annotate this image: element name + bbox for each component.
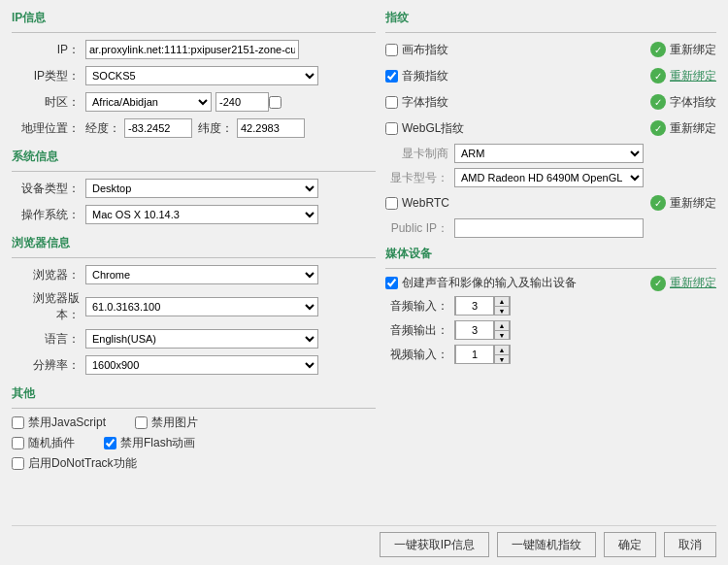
- gpu-vendor-label: 显卡制商: [385, 146, 448, 162]
- disable-flash-item[interactable]: 禁用Flash动画: [104, 435, 195, 451]
- bottom-bar: 一键获取IP信息 一键随机指纹 确定 取消: [12, 525, 716, 557]
- audio-input-label: 音频输入：: [385, 298, 448, 315]
- webgl-fp-checkbox[interactable]: [385, 122, 398, 135]
- confirm-btn[interactable]: 确定: [604, 532, 656, 557]
- get-ip-btn[interactable]: 一键获取IP信息: [380, 532, 489, 557]
- dnt-item[interactable]: 启用DoNotTrack功能: [12, 455, 137, 472]
- video-input-up-btn[interactable]: ▲: [494, 345, 510, 354]
- gpu-model-label: 显卡型号：: [385, 170, 448, 186]
- browser-ver-select[interactable]: 61.0.3163.100: [85, 297, 318, 316]
- left-panel: IP信息 IP： IP类型： SOCKS5 HTTP HTTPS 时区：: [12, 10, 376, 515]
- canvas-reassign-btn[interactable]: 重新绑定: [670, 42, 716, 58]
- font-fp-checkbox[interactable]: [385, 96, 398, 109]
- webrtc-reassign-btn[interactable]: 重新绑定: [670, 195, 716, 212]
- video-input-down-btn[interactable]: ▼: [494, 354, 510, 364]
- font-fp-label: 字体指纹: [402, 94, 448, 111]
- longitude-label: 经度：: [85, 120, 120, 137]
- timezone-select[interactable]: Africa/Abidjan: [85, 92, 212, 112]
- public-ip-label: Public IP：: [385, 220, 448, 237]
- ip-input[interactable]: [85, 40, 299, 59]
- video-input-value[interactable]: [455, 345, 494, 364]
- browser-info-title: 浏览器信息: [12, 235, 376, 251]
- audio-check-icon: ✓: [650, 68, 666, 83]
- audio-input-down-btn[interactable]: ▼: [494, 306, 510, 316]
- media-check-icon: ✓: [650, 276, 666, 291]
- timezone-checkbox[interactable]: [269, 96, 281, 109]
- random-plugin-checkbox[interactable]: [12, 437, 24, 449]
- os-row: 操作系统： Mac OS X 10.14.3 Windows 10 Linux: [12, 204, 376, 225]
- create-media-checkbox[interactable]: [385, 277, 398, 289]
- random-plugin-item[interactable]: 随机插件: [12, 435, 75, 451]
- disable-js-label: 禁用JavaScript: [28, 415, 106, 431]
- longitude-input[interactable]: [124, 118, 192, 138]
- ip-type-row: IP类型： SOCKS5 HTTP HTTPS: [12, 65, 376, 86]
- audio-output-spinner: ▲ ▼: [454, 320, 511, 340]
- resolution-label: 分辨率：: [12, 357, 80, 374]
- browser-ver-row: 浏览器版本： 61.0.3163.100: [12, 290, 376, 323]
- audio-input-spinner-btns: ▲ ▼: [494, 296, 510, 316]
- cancel-btn[interactable]: 取消: [664, 532, 716, 557]
- disable-img-label: 禁用图片: [151, 415, 198, 431]
- audio-input-spinner: ▲ ▼: [454, 296, 511, 316]
- latitude-input[interactable]: [237, 118, 305, 138]
- timezone-row: 时区： Africa/Abidjan: [12, 91, 376, 113]
- font-check-icon: ✓: [650, 94, 666, 110]
- canvas-fp-checkbox[interactable]: [385, 44, 398, 56]
- disable-img-checkbox[interactable]: [135, 416, 148, 429]
- browser-ver-label: 浏览器版本：: [12, 290, 80, 323]
- browser-row: 浏览器： Chrome Firefox Safari Edge: [12, 264, 376, 285]
- dnt-checkbox[interactable]: [12, 457, 24, 470]
- random-plugin-label: 随机插件: [28, 435, 75, 451]
- video-input-spinner-btns: ▲ ▼: [494, 345, 510, 364]
- ip-info-title: IP信息: [12, 10, 376, 26]
- fingerprint-title: 指纹: [385, 10, 716, 26]
- gpu-vendor-select[interactable]: ARM NVIDIA AMD Intel: [454, 144, 644, 163]
- os-select[interactable]: Mac OS X 10.14.3 Windows 10 Linux: [85, 205, 318, 224]
- others-row2: 随机插件 禁用Flash动画: [12, 435, 376, 451]
- ip-row: IP：: [12, 39, 376, 60]
- main-container: IP信息 IP： IP类型： SOCKS5 HTTP HTTPS 时区：: [0, 0, 728, 565]
- font-fp-row: 字体指纹 ✓ 字体指纹: [385, 91, 716, 113]
- timezone-offset-input[interactable]: [215, 92, 269, 112]
- canvas-checkbox-area: 画布指纹: [385, 42, 473, 58]
- font-reassign-btn[interactable]: 字体指纹: [670, 94, 716, 111]
- video-input-row: 视频输入： ▲ ▼: [385, 345, 716, 364]
- others-row3: 启用DoNotTrack功能: [12, 455, 376, 472]
- media-devices-title: 媒体设备: [385, 246, 716, 262]
- public-ip-input[interactable]: [454, 218, 644, 238]
- webgl-fp-label: WebGL指纹: [402, 120, 464, 137]
- media-reassign-btn[interactable]: 重新绑定: [670, 275, 716, 291]
- resolution-select[interactable]: 1600x900 1920x1080 1280x720: [85, 355, 318, 375]
- gpu-model-row: 显卡型号： AMD Radeon HD 6490M OpenGL E NVIDI…: [385, 168, 716, 187]
- lang-row: 语言： English(USA) Chinese French: [12, 328, 376, 349]
- canvas-check-icon: ✓: [650, 42, 666, 57]
- audio-reassign-btn[interactable]: 重新绑定: [670, 68, 716, 84]
- system-info-title: 系统信息: [12, 149, 376, 165]
- lang-select[interactable]: English(USA) Chinese French: [85, 329, 318, 349]
- gpu-model-select[interactable]: AMD Radeon HD 6490M OpenGL E NVIDIA GTX …: [454, 168, 644, 187]
- disable-js-checkbox[interactable]: [12, 416, 24, 429]
- disable-js-item[interactable]: 禁用JavaScript: [12, 415, 106, 431]
- random-fp-btn[interactable]: 一键随机指纹: [497, 532, 596, 557]
- disable-flash-checkbox[interactable]: [104, 437, 116, 449]
- webrtc-check-icon: ✓: [650, 195, 666, 211]
- audio-input-value[interactable]: [455, 296, 494, 316]
- right-panel: 指纹 画布指纹 ✓ 重新绑定 音频指纹 ✓ 重新绑定: [385, 10, 716, 515]
- device-type-select[interactable]: Desktop Mobile Tablet: [85, 179, 318, 198]
- audio-output-down-btn[interactable]: ▼: [494, 330, 510, 340]
- ip-type-select[interactable]: SOCKS5 HTTP HTTPS: [85, 66, 318, 85]
- canvas-fp-label: 画布指纹: [402, 42, 448, 58]
- audio-output-up-btn[interactable]: ▲: [494, 320, 510, 330]
- disable-img-item[interactable]: 禁用图片: [135, 415, 198, 431]
- ip-type-label: IP类型：: [12, 68, 80, 84]
- audio-input-up-btn[interactable]: ▲: [494, 296, 510, 306]
- webgl-reassign-btn[interactable]: 重新绑定: [670, 120, 716, 137]
- browser-select[interactable]: Chrome Firefox Safari Edge: [85, 265, 318, 284]
- audio-output-value[interactable]: [455, 320, 494, 340]
- audio-fp-checkbox[interactable]: [385, 70, 398, 83]
- webrtc-checkbox[interactable]: [385, 197, 398, 210]
- lang-label: 语言：: [12, 331, 80, 348]
- device-type-row: 设备类型： Desktop Mobile Tablet: [12, 178, 376, 199]
- font-checkbox-area: 字体指纹: [385, 94, 473, 111]
- disable-flash-label: 禁用Flash动画: [120, 435, 195, 451]
